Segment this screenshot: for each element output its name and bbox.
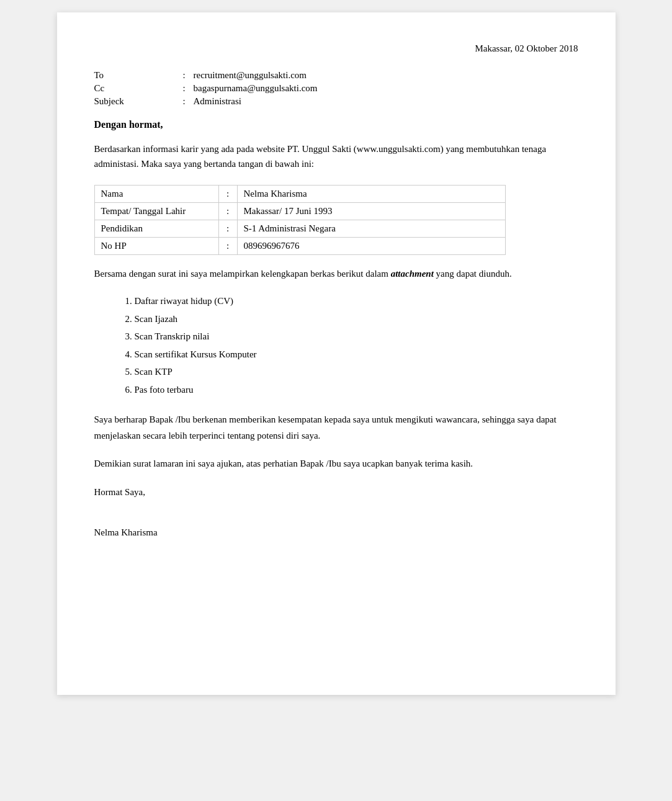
greeting: Dengan hormat, — [94, 119, 578, 130]
attachment-text-after: yang dapat diunduh. — [434, 269, 512, 279]
paragraph2: Demikian surat lamaran ini saya ajukan, … — [94, 456, 578, 472]
info-colon-pendidikan: : — [218, 220, 237, 238]
attachment-text-before: Bersama dengan surat ini saya melampirka… — [94, 269, 391, 279]
to-colon: : — [175, 69, 194, 82]
closing: Hormat Saya, — [94, 487, 578, 498]
info-label-ttl: Tempat/ Tanggal Lahir — [94, 203, 218, 220]
intro-paragraph: Berdasarkan informasi karir yang ada pad… — [94, 141, 578, 171]
to-label: To — [94, 69, 175, 82]
date: Makassar, 02 Oktober 2018 — [94, 43, 578, 54]
info-colon-nama: : — [218, 186, 237, 203]
info-label-nohp: No HP — [94, 238, 218, 255]
info-row-nama: Nama : Nelma Kharisma — [94, 186, 505, 203]
to-row: To : recruitment@unggulsakti.com — [94, 69, 578, 82]
cc-label: Cc — [94, 82, 175, 95]
list-item: Scan Transkrip nilai — [125, 328, 578, 346]
info-value-nohp: 089696967676 — [237, 238, 505, 255]
info-value-nama: Nelma Kharisma — [237, 186, 505, 203]
list-item: Scan KTP — [125, 363, 578, 381]
cc-value: bagaspurnama@unggulsakti.com — [194, 82, 578, 95]
signature-name: Nelma Kharisma — [94, 527, 578, 538]
info-label-pendidikan: Pendidikan — [94, 220, 218, 238]
cc-colon: : — [175, 82, 194, 95]
to-value: recruitment@unggulsakti.com — [194, 69, 578, 82]
attachment-paragraph: Bersama dengan surat ini saya melampirka… — [94, 266, 578, 281]
subject-label: Subjeck — [94, 95, 175, 108]
info-table: Nama : Nelma Kharisma Tempat/ Tanggal La… — [94, 185, 506, 255]
attachment-italic: attachment — [391, 269, 434, 279]
info-value-pendidikan: S-1 Administrasi Negara — [237, 220, 505, 238]
list-item: Scan Ijazah — [125, 310, 578, 328]
letter-page: Makassar, 02 Oktober 2018 To : recruitme… — [57, 12, 616, 695]
info-label-nama: Nama — [94, 186, 218, 203]
list-item: Pas foto terbaru — [125, 381, 578, 399]
info-colon-nohp: : — [218, 238, 237, 255]
list-item: Scan sertifikat Kursus Komputer — [125, 346, 578, 364]
header-table: To : recruitment@unggulsakti.com Cc : ba… — [94, 69, 578, 108]
info-value-ttl: Makassar/ 17 Juni 1993 — [237, 203, 505, 220]
info-colon-ttl: : — [218, 203, 237, 220]
attachment-list: Daftar riwayat hidup (CV) Scan Ijazah Sc… — [125, 292, 578, 398]
info-row-nohp: No HP : 089696967676 — [94, 238, 505, 255]
cc-row: Cc : bagaspurnama@unggulsakti.com — [94, 82, 578, 95]
info-row-ttl: Tempat/ Tanggal Lahir : Makassar/ 17 Jun… — [94, 203, 505, 220]
info-row-pendidikan: Pendidikan : S-1 Administrasi Negara — [94, 220, 505, 238]
paragraph1: Saya berharap Bapak /Ibu berkenan member… — [94, 412, 578, 444]
subject-value: Administrasi — [194, 95, 578, 108]
list-item: Daftar riwayat hidup (CV) — [125, 292, 578, 310]
subject-row: Subjeck : Administrasi — [94, 95, 578, 108]
subject-colon: : — [175, 95, 194, 108]
